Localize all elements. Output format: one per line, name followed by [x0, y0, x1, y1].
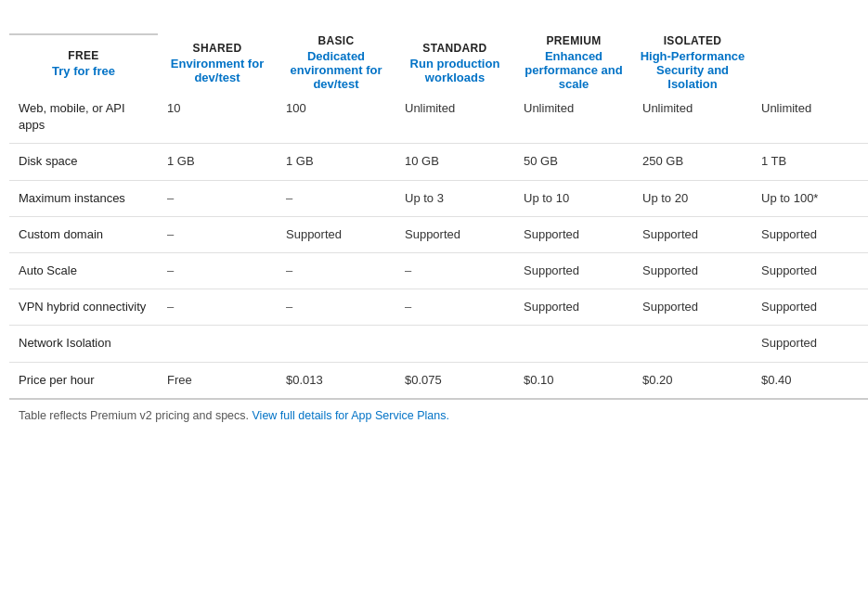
feature-header-empty: [9, 15, 158, 34]
tier-header-standard: STANDARDRun production workloads: [395, 34, 514, 91]
value-cell: Unlimited: [633, 91, 752, 144]
value-cell: [395, 326, 514, 362]
dash-icon: –: [405, 263, 411, 277]
feature-cell: Price per hour: [9, 362, 158, 399]
value-cell: Supported: [752, 216, 868, 252]
footer-link[interactable]: View full details for App Service Plans.: [253, 409, 449, 422]
dash-icon: –: [167, 300, 174, 314]
value-cell: 250 GB: [633, 144, 752, 180]
table-row: Maximum instances––Up to 3Up to 10Up to …: [9, 180, 868, 216]
value-cell: Supported: [514, 252, 633, 289]
value-cell: –: [158, 289, 277, 326]
tier-header-free: FREETry for free: [9, 34, 158, 91]
feature-cell: Network Isolation: [9, 326, 158, 362]
tier-header-shared: SHAREDEnvironment for dev/test: [158, 34, 277, 91]
pricing-table: FREETry for freeSHAREDEnvironment for de…: [9, 15, 868, 400]
tier-label-standard: STANDARD: [395, 42, 514, 55]
value-cell: Up to 20: [633, 180, 752, 216]
value-cell: $0.10: [514, 362, 633, 399]
feature-cell: Auto Scale: [9, 252, 158, 289]
tier-header-premium: PREMIUMEnhanced performance and scale: [514, 34, 633, 91]
value-cell: 100: [277, 91, 395, 144]
table-row: Web, mobile, or API apps10100UnlimitedUn…: [9, 91, 868, 144]
value-cell: –: [277, 180, 395, 216]
dash-icon: –: [167, 227, 174, 241]
value-cell: –: [277, 252, 395, 289]
feature-cell: Custom domain: [9, 216, 158, 252]
tier-label-free: FREE: [9, 49, 158, 62]
value-cell: Up to 10: [514, 180, 633, 216]
feature-cell: Web, mobile, or API apps: [9, 91, 158, 144]
tier-label-basic: BASIC: [277, 34, 395, 47]
footer-note: Table reflects Premium v2 pricing and sp…: [9, 400, 859, 422]
dash-icon: –: [286, 263, 292, 277]
value-cell: 1 TB: [752, 144, 868, 180]
tier-desc-isolated: High-Performance Security and Isolation: [633, 49, 752, 91]
value-cell: Supported: [277, 216, 395, 252]
value-cell: Supported: [633, 289, 752, 326]
table-row: Price per hourFree$0.013$0.075$0.10$0.20…: [9, 362, 868, 399]
feature-cell: Disk space: [9, 144, 158, 180]
value-cell: Supported: [752, 289, 868, 326]
value-cell: Supported: [514, 289, 633, 326]
dash-icon: –: [167, 263, 174, 277]
value-cell: [514, 326, 633, 362]
value-cell: [158, 326, 277, 362]
value-cell: Supported: [752, 252, 868, 289]
value-cell: $0.20: [633, 362, 752, 399]
tier-desc-shared: Environment for dev/test: [158, 57, 277, 84]
tier-desc-basic: Dedicated environment for dev/test: [277, 49, 395, 91]
value-cell: Up to 3: [395, 180, 514, 216]
value-cell: 1 GB: [277, 144, 395, 180]
dash-icon: –: [286, 191, 292, 205]
value-cell: Supported: [752, 326, 868, 362]
feature-cell: Maximum instances: [9, 180, 158, 216]
tier-label-isolated: ISOLATED: [633, 34, 752, 47]
value-cell: Free: [158, 362, 277, 399]
table-row: Custom domain–SupportedSupportedSupporte…: [9, 216, 868, 252]
tier-label-premium: PREMIUM: [514, 34, 633, 47]
value-cell: 50 GB: [514, 144, 633, 180]
value-cell: 1 GB: [158, 144, 277, 180]
tier-header-basic: BASICDedicated environment for dev/test: [277, 34, 395, 91]
value-cell: [277, 326, 395, 362]
tier-label-shared: SHARED: [158, 42, 277, 55]
value-cell: –: [158, 252, 277, 289]
value-cell: –: [395, 289, 514, 326]
value-cell: [633, 326, 752, 362]
value-cell: Supported: [633, 252, 752, 289]
value-cell: 10: [158, 91, 277, 144]
value-cell: –: [158, 216, 277, 252]
tier-desc-standard: Run production workloads: [395, 57, 514, 84]
value-cell: Supported: [395, 216, 514, 252]
value-cell: Up to 100*: [752, 180, 868, 216]
tier-desc-free: Try for free: [9, 64, 158, 78]
value-cell: $0.075: [395, 362, 514, 399]
dash-icon: –: [286, 300, 292, 314]
value-cell: 10 GB: [395, 144, 514, 180]
pricing-table-container: FREETry for freeSHAREDEnvironment for de…: [0, 0, 868, 437]
tier-desc-premium: Enhanced performance and scale: [514, 49, 633, 91]
value-cell: Unlimited: [752, 91, 868, 144]
table-row: Network IsolationSupported: [9, 326, 868, 362]
value-cell: Unlimited: [514, 91, 633, 144]
table-row: VPN hybrid connectivity–––SupportedSuppo…: [9, 289, 868, 326]
value-cell: Supported: [514, 216, 633, 252]
dash-icon: –: [167, 191, 174, 205]
value-cell: $0.40: [752, 362, 868, 399]
feature-cell: VPN hybrid connectivity: [9, 289, 158, 326]
value-cell: –: [158, 180, 277, 216]
value-cell: $0.013: [277, 362, 395, 399]
value-cell: Supported: [633, 216, 752, 252]
footer-static-text: Table reflects Premium v2 pricing and sp…: [19, 409, 253, 422]
dash-icon: –: [405, 300, 411, 314]
table-row: Disk space1 GB1 GB10 GB50 GB250 GB1 TB: [9, 144, 868, 180]
table-row: Auto Scale–––SupportedSupportedSupported: [9, 252, 868, 289]
value-cell: Unlimited: [395, 91, 514, 144]
value-cell: –: [277, 289, 395, 326]
value-cell: –: [395, 252, 514, 289]
tier-header-isolated: ISOLATEDHigh-Performance Security and Is…: [633, 34, 752, 91]
